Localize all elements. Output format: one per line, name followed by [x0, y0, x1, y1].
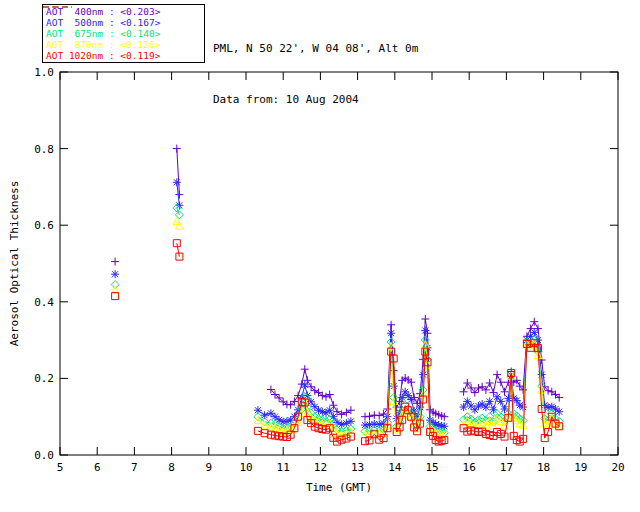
aot-500nm-marker-asterisk	[111, 270, 119, 278]
aot-400nm-marker-plus	[493, 371, 501, 379]
y-tick-label: 0.6	[34, 219, 54, 232]
aot-400nm-marker-plus	[175, 191, 183, 199]
data-date: Data from: 10 Aug 2004	[213, 91, 418, 108]
aot-400nm-marker-plus	[375, 412, 383, 420]
aot-500nm-marker-asterisk	[326, 406, 334, 414]
aot-500nm-marker-asterisk	[387, 329, 395, 337]
y-tick-label: 0.8	[34, 143, 54, 156]
y-axis-title: Aerosol Optical Thickness	[9, 181, 22, 347]
aot-400nm-marker-plus	[530, 318, 538, 326]
x-tick-label: 15	[425, 461, 438, 474]
x-tick-label: 8	[168, 461, 175, 474]
series-line	[365, 340, 444, 433]
aot-675nm-marker-diamond	[111, 281, 119, 289]
series-aot-400nm	[111, 145, 563, 421]
aot-400nm-marker-plus	[387, 321, 395, 329]
x-tick-label: 7	[131, 461, 138, 474]
aot-400nm-marker-plus	[329, 401, 337, 409]
x-tick-label: 6	[94, 461, 101, 474]
aot-500nm-marker-asterisk	[501, 405, 509, 413]
x-tick-label: 19	[574, 461, 587, 474]
aot-500nm-marker-asterisk	[530, 328, 538, 336]
aot-500nm-marker-asterisk	[486, 397, 494, 405]
aot-500nm-marker-asterisk	[347, 417, 355, 425]
x-tick-label: 5	[57, 461, 64, 474]
y-tick-label: 0.2	[34, 372, 54, 385]
aot-400nm-marker-plus	[463, 379, 471, 387]
legend-entry-1020nm: AOT 1020nm : <0.119>	[46, 50, 204, 61]
aot-500nm-marker-asterisk	[419, 371, 427, 379]
x-tick-label: 18	[537, 461, 550, 474]
aot-500nm-marker-asterisk	[519, 403, 527, 411]
x-tick-label: 20	[611, 461, 624, 474]
x-tick-label: 11	[277, 461, 290, 474]
x-tick-label: 16	[463, 461, 476, 474]
x-tick-label: 10	[239, 461, 252, 474]
x-tick-label: 14	[388, 461, 402, 474]
aot-400nm-marker-plus	[366, 412, 374, 420]
legend-entry-870nm: AOT 870nm : <0.126>	[46, 39, 204, 50]
aot-500nm-marker-asterisk	[538, 371, 546, 379]
aot-400nm-marker-plus	[421, 315, 429, 323]
aot-400nm-marker-plus	[486, 379, 494, 387]
aot-500nm-marker-asterisk	[497, 397, 505, 405]
legend-label: AOT 500nm : <0.167>	[46, 17, 160, 28]
y-tick-label: 1.0	[34, 66, 54, 79]
station-info: PML, N 50 22', W 04 08', Alt 0m Data fro…	[213, 6, 418, 142]
aot-400nm-marker-plus	[497, 378, 505, 386]
legend-line-sample	[43, 5, 72, 9]
aot-400nm-marker-plus	[173, 145, 181, 153]
y-axis-title-wrap: Aerosol Optical Thickness	[4, 72, 26, 455]
aot-500nm-marker-asterisk	[555, 408, 563, 416]
x-axis-title: Time (GMT)	[189, 481, 489, 494]
legend-label: AOT 870nm : <0.126>	[46, 39, 160, 50]
aot-400nm-marker-plus	[111, 258, 119, 266]
aot-500nm-marker-asterisk	[482, 403, 490, 411]
legend-box: AOT 400nm : <0.203>AOT 500nm : <0.167>AO…	[42, 4, 205, 63]
x-tick-label: 17	[500, 461, 513, 474]
legend-entry-675nm: AOT 675nm : <0.140>	[46, 28, 204, 39]
aot-400nm-marker-plus	[301, 365, 309, 373]
aot-400nm-marker-plus	[460, 388, 468, 396]
aot-500nm-marker-asterisk	[407, 396, 415, 404]
x-tick-label: 9	[205, 461, 212, 474]
y-tick-label: 0.0	[34, 449, 54, 462]
aot-500nm-marker-asterisk	[460, 403, 468, 411]
aot-500nm-marker-asterisk	[421, 327, 429, 335]
aot-500nm-marker-asterisk	[301, 381, 309, 389]
series-aot-870nm	[111, 217, 563, 439]
legend-label: AOT 1020nm : <0.119>	[46, 50, 160, 61]
legend-label: AOT 675nm : <0.140>	[46, 28, 160, 39]
x-tick-label: 12	[314, 461, 327, 474]
aot-400nm-marker-plus	[501, 388, 509, 396]
series-line	[177, 243, 180, 256]
station-title: PML, N 50 22', W 04 08', Alt 0m	[213, 40, 418, 57]
aot-500nm-marker-asterisk	[463, 397, 471, 405]
x-tick-label: 13	[351, 461, 364, 474]
aot-500nm-marker-asterisk	[493, 393, 501, 401]
y-tick-label: 0.4	[34, 296, 54, 309]
aot-time-series-chart: 5678910111213141516171819200.00.20.40.60…	[0, 0, 640, 512]
aot-500nm-marker-asterisk	[173, 178, 181, 186]
legend-entry-500nm: AOT 500nm : <0.167>	[46, 17, 204, 28]
